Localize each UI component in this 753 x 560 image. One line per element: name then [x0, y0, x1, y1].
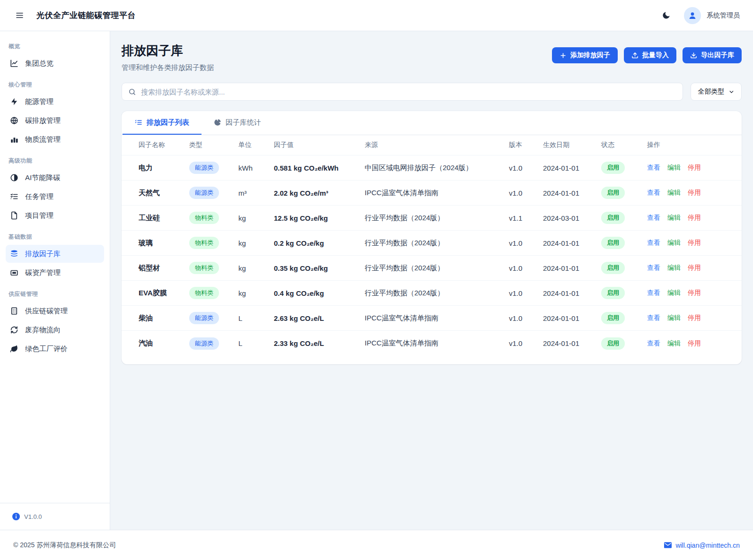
- col-header-version: 版本: [509, 141, 543, 149]
- export-library-button[interactable]: 导出因子库: [683, 47, 742, 63]
- table-row: 电力 能源类 kWh 0.581 kg CO₂e/kWh 中国区域电网排放因子（…: [122, 155, 742, 181]
- table-row: 汽油 能源类 L 2.33 kg CO₂e/L IPCC温室气体清单指南 v1.…: [122, 331, 742, 356]
- disable-link[interactable]: 停用: [688, 189, 701, 197]
- database-icon: [10, 250, 18, 258]
- file-icon: [10, 211, 18, 220]
- tab-factor-list[interactable]: 排放因子列表: [123, 111, 201, 135]
- list-icon: [135, 119, 142, 126]
- page-footer: © 2025 苏州薄荷信息科技有限公司 will.qian@minttech.c…: [0, 530, 753, 560]
- edit-link[interactable]: 编辑: [667, 164, 681, 172]
- type-badge: 物料类: [189, 262, 219, 274]
- table-row: 玻璃 物料类 kg 0.2 kg CO₂e/kg 行业平均数据（2024版） v…: [122, 231, 742, 256]
- edit-link[interactable]: 编辑: [667, 314, 681, 322]
- table-row: 铝型材 物料类 kg 0.35 kg CO₂e/kg 行业平均数据（2024版）…: [122, 256, 742, 281]
- factor-source: 行业平均数据（2024版）: [365, 214, 509, 223]
- disable-link[interactable]: 停用: [688, 264, 701, 272]
- edit-link[interactable]: 编辑: [667, 189, 681, 197]
- disable-link[interactable]: 停用: [688, 239, 701, 247]
- factor-unit: kg: [238, 214, 274, 222]
- sidebar-item-material-flow[interactable]: 物质流管理: [6, 130, 104, 148]
- disable-link[interactable]: 停用: [688, 289, 701, 297]
- disable-link[interactable]: 停用: [688, 164, 701, 172]
- sidebar-item-green-factory[interactable]: 绿色工厂评价: [6, 340, 104, 358]
- factor-unit: m³: [238, 189, 274, 197]
- batch-import-label: 批量导入: [642, 51, 669, 60]
- col-header-unit: 单位: [238, 141, 274, 149]
- sidebar-item-supply-chain-carbon[interactable]: 供应链碳管理: [6, 302, 104, 320]
- table-row: 工业硅 物料类 kg 12.5 kg CO₂e/kg 行业平均数据（2024版）…: [122, 206, 742, 231]
- add-factor-label: 添加排放因子: [570, 51, 610, 60]
- factor-value: 2.63 kg CO₂e/L: [274, 314, 365, 322]
- edit-link[interactable]: 编辑: [667, 239, 681, 247]
- factor-source: IPCC温室气体清单指南: [365, 339, 509, 348]
- factor-version: v1.0: [509, 289, 543, 297]
- sidebar-item-group-overview[interactable]: 集团总览: [6, 54, 104, 72]
- edit-link[interactable]: 编辑: [667, 214, 681, 222]
- dark-mode-toggle[interactable]: [659, 8, 674, 23]
- export-library-label: 导出因子库: [701, 51, 734, 60]
- info-icon: [12, 513, 20, 520]
- disable-link[interactable]: 停用: [688, 314, 701, 322]
- add-factor-button[interactable]: 添加排放因子: [552, 47, 618, 63]
- factor-unit: kg: [238, 289, 274, 297]
- disable-link[interactable]: 停用: [688, 214, 701, 222]
- hamburger-icon: [15, 11, 24, 20]
- pie-chart-icon: [214, 119, 221, 126]
- sidebar-item-ai-carbon[interactable]: AI节能降碳: [6, 169, 104, 187]
- contrast-circle-icon: [10, 173, 18, 182]
- contact-email[interactable]: will.qian@minttech.cn: [664, 542, 740, 549]
- disable-link[interactable]: 停用: [688, 339, 701, 348]
- sidebar-item-carbon-assets[interactable]: 碳资产管理: [6, 264, 104, 282]
- hamburger-menu-button[interactable]: [13, 9, 26, 22]
- col-header-source: 来源: [365, 141, 509, 149]
- batch-import-button[interactable]: 批量导入: [624, 47, 676, 63]
- view-link[interactable]: 查看: [647, 164, 660, 172]
- upload-icon: [631, 52, 639, 59]
- view-link[interactable]: 查看: [647, 239, 660, 247]
- factor-unit: kg: [238, 239, 274, 247]
- section-label-core: 核心管理: [6, 75, 104, 93]
- tab-label: 排放因子列表: [147, 118, 189, 127]
- sidebar-item-label: 碳资产管理: [25, 268, 61, 277]
- sidebar-item-tasks[interactable]: 任务管理: [6, 188, 104, 206]
- search-input[interactable]: [141, 88, 676, 96]
- sidebar-item-projects[interactable]: 项目管理: [6, 207, 104, 224]
- sidebar-item-energy[interactable]: 能源管理: [6, 93, 104, 111]
- factor-name: 电力: [139, 164, 189, 172]
- factor-value: 2.33 kg CO₂e/L: [274, 339, 365, 347]
- sidebar-nav: 概览 集团总览 核心管理 能源管理: [0, 31, 110, 361]
- col-header-actions: 操作: [647, 141, 730, 149]
- user-avatar[interactable]: [684, 7, 701, 24]
- view-link[interactable]: 查看: [647, 289, 660, 297]
- factor-value: 2.02 kg CO₂e/m³: [274, 189, 365, 197]
- factor-source: 行业平均数据（2024版）: [365, 239, 509, 248]
- factor-version: v1.0: [509, 164, 543, 172]
- edit-link[interactable]: 编辑: [667, 289, 681, 297]
- type-filter-select[interactable]: 全部类型: [691, 83, 742, 101]
- edit-link[interactable]: 编辑: [667, 264, 681, 272]
- globe-icon: [10, 116, 18, 125]
- tab-factor-stats[interactable]: 因子库统计: [201, 111, 273, 135]
- sidebar-item-carbon-emission[interactable]: 碳排放管理: [6, 112, 104, 129]
- wallet-icon: [10, 268, 18, 277]
- table-header-row: 因子名称 类型 单位 因子值 来源 版本 生效日期 状态 操作: [122, 135, 742, 155]
- table-row: 天然气 能源类 m³ 2.02 kg CO₂e/m³ IPCC温室气体清单指南 …: [122, 181, 742, 206]
- sidebar-item-emission-factors[interactable]: 排放因子库: [6, 245, 104, 263]
- view-link[interactable]: 查看: [647, 264, 660, 272]
- type-badge: 能源类: [189, 337, 219, 350]
- factor-name: 天然气: [139, 189, 189, 198]
- section-label-advanced: 高级功能: [6, 151, 104, 169]
- sidebar-item-waste-flow[interactable]: 废弃物流向: [6, 321, 104, 339]
- sidebar-item-label: 供应链碳管理: [25, 307, 68, 316]
- view-link[interactable]: 查看: [647, 339, 660, 348]
- edit-link[interactable]: 编辑: [667, 339, 681, 348]
- view-link[interactable]: 查看: [647, 314, 660, 322]
- status-badge: 启用: [601, 237, 625, 249]
- view-link[interactable]: 查看: [647, 189, 660, 197]
- factor-source: 行业平均数据（2024版）: [365, 264, 509, 273]
- factor-name: 柴油: [139, 314, 189, 323]
- view-link[interactable]: 查看: [647, 214, 660, 222]
- factor-value: 0.581 kg CO₂e/kWh: [274, 164, 365, 172]
- table-row: EVA胶膜 物料类 kg 0.4 kg CO₂e/kg 行业平均数据（2024版…: [122, 281, 742, 306]
- factor-name: EVA胶膜: [139, 289, 189, 298]
